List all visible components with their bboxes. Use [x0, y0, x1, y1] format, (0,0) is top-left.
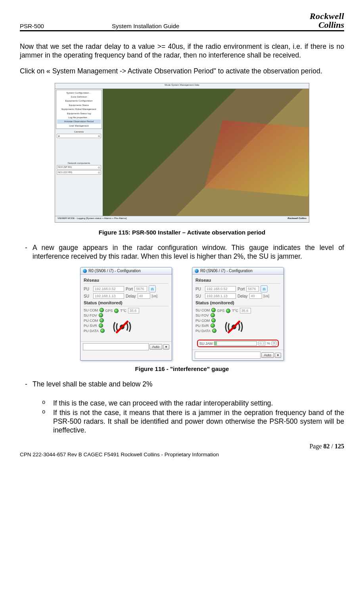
jam-value: 0.3: [259, 341, 265, 346]
led-icon: [100, 308, 104, 312]
bottom-field[interactable]: [195, 352, 261, 359]
map-view: [103, 89, 309, 216]
figure-115: Mode System Management Help System Confi…: [20, 83, 344, 224]
menu-item: Log file properties…: [57, 115, 101, 119]
su-ip-field[interactable]: [93, 293, 124, 299]
menu-item: User Management: [57, 124, 101, 128]
led-icon: [212, 329, 216, 333]
svg-line-1: [116, 321, 128, 333]
page-number: Page 82 / 125: [20, 443, 344, 450]
dropdown-button[interactable]: ▼: [163, 344, 169, 350]
cameras-section: Cameras ⊕⊖: [57, 131, 101, 138]
logo-top: Rockwell: [303, 12, 344, 21]
menu-item: Zone Definition: [57, 95, 101, 99]
sub-bullet-jammer: o If this is not the case, it means that…: [42, 409, 344, 435]
menu-item: Equipments Status: [57, 103, 101, 107]
app-menubar: Mode System Management Help: [55, 83, 309, 89]
section-status: Status (monitored): [84, 300, 169, 306]
app-icon: [195, 269, 199, 273]
section-network: Réseau: [195, 278, 280, 284]
system-management-menu: System Configuration… Zone Definition Eq…: [56, 90, 102, 129]
port-field[interactable]: [134, 286, 147, 292]
led-icon: [99, 313, 103, 317]
led-icon: [211, 323, 215, 328]
menu-item: Equipments Configuration: [57, 99, 101, 103]
auto-button[interactable]: Auto: [261, 352, 274, 358]
paragraph-2: Click on « System Management -> Activate…: [20, 67, 344, 76]
menu-item: Equipments Global Management: [57, 107, 101, 111]
auto-button[interactable]: Auto: [149, 344, 163, 350]
logo-bottom: Collins: [318, 21, 344, 29]
delay-field[interactable]: [249, 293, 262, 299]
menu-item-activate-observation: Activate Observation Period: [57, 119, 101, 123]
su-jam-gauge: SU JAM 0.3 % ?: [197, 340, 279, 347]
led-icon: [100, 318, 104, 323]
page-header: PSR-500 System Installation Guide Rockwe…: [20, 12, 344, 31]
section-status: Status (monitored): [195, 300, 280, 306]
header-left: PSR-500: [20, 23, 44, 29]
titlebar: R0 (SN06 / i7) - Configuration: [80, 267, 172, 275]
temp-field: [240, 308, 251, 313]
pu-ip-field[interactable]: [205, 286, 236, 292]
jam-help-button[interactable]: ?: [272, 341, 276, 346]
status-leds: SU COM SU FOV PU COM PU SVR PU DATA: [84, 308, 106, 339]
wifi-icon[interactable]: ⋒: [149, 285, 156, 292]
paragraph-1: Now that we set the radar delay to a val…: [20, 42, 344, 60]
temp-field: [128, 308, 139, 313]
dropdown-button[interactable]: ▼: [275, 353, 281, 358]
figure-116-caption: Figure 116 - "interference" gauge: [20, 365, 344, 372]
screenshot-installer: Mode System Management Help System Confi…: [55, 83, 309, 223]
bottom-field[interactable]: [83, 343, 149, 350]
radio-disabled-icon: [221, 315, 247, 339]
header-center: System Installation Guide: [112, 23, 179, 29]
detection-zone-overlay: [205, 120, 309, 196]
delay-field[interactable]: [138, 293, 150, 299]
bullet-new-gauge: - A new gauge appears in the radar confi…: [20, 244, 344, 261]
led-icon: [100, 329, 105, 333]
status-leds: SU COM SU FOV PU COM PU SVR PU DATA: [195, 308, 218, 339]
figure-116: R0 (SN06 / i7) - Configuration Réseau PU…: [20, 267, 344, 361]
network-section: Network components NC0 (SP R0)⊙ NC1 (CO …: [57, 162, 101, 175]
menu-item: System Configuration…: [57, 91, 101, 95]
config-window-right: R0 (SN06 / i7) - Configuration Réseau PU…: [192, 267, 284, 361]
sub-bullet-proceed: o If this is the case, we can proceed wi…: [42, 399, 344, 408]
port-field[interactable]: [246, 286, 259, 292]
config-window-left: R0 (SN06 / i7) - Configuration Réseau PU…: [80, 267, 172, 361]
titlebar: R0 (SN06 / i7) - Configuration: [192, 267, 284, 275]
led-icon: [211, 318, 216, 323]
app-icon: [83, 269, 87, 273]
led-icon: [211, 308, 216, 312]
led-icon: [226, 309, 230, 313]
status-bar: VIEWER MODE - Logging [System status + A…: [55, 216, 309, 222]
pu-ip-field[interactable]: [93, 286, 124, 292]
led-icon: [211, 313, 215, 317]
figure-115-caption: Figure 115: PSR-500 Installer – Activate…: [20, 229, 344, 236]
rockwell-collins-logo: Rockwell Collins: [303, 12, 344, 29]
svg-line-3: [228, 321, 240, 333]
section-network: Réseau: [84, 278, 169, 284]
menu-item: Equipments Status log: [57, 111, 101, 115]
bullet-level-stable: - The level shall be stable and below 2%: [20, 380, 344, 389]
led-icon: [114, 309, 119, 313]
jam-bar: [214, 341, 257, 346]
led-icon: [99, 323, 103, 328]
wifi-icon[interactable]: ⋒: [261, 285, 268, 292]
footer-line: CPN 222-3044-657 Rev B CAGEC F5491 Rockw…: [20, 452, 344, 457]
radio-disabled-icon: [109, 315, 135, 339]
side-panel: System Configuration… Zone Definition Eq…: [55, 89, 103, 222]
su-ip-field[interactable]: [205, 293, 236, 299]
